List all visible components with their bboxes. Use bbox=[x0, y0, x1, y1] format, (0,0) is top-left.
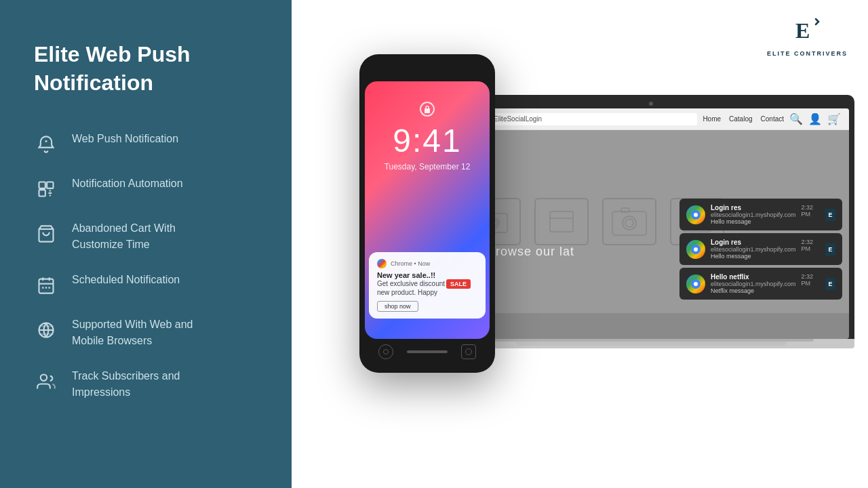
notif-title-1: Login res bbox=[711, 204, 795, 211]
notif-msg-1: Hello message bbox=[711, 218, 795, 225]
feature-list: Web Push Notification Notification Autom… bbox=[34, 131, 264, 401]
product-3 bbox=[602, 198, 656, 245]
notif-domain-1: elitesociallogin1.myshopify.com bbox=[711, 211, 795, 218]
notif-title-3: Hello netflix bbox=[711, 273, 795, 281]
feature-label-cart: Abandoned Cart WithCustomize Time bbox=[72, 220, 176, 253]
phone-notification-banner: Chrome • Now New year sale..!! Get exclu… bbox=[369, 252, 486, 319]
feature-item-web-push: Web Push Notification bbox=[34, 131, 264, 157]
phone-notif-source: Chrome • Now bbox=[391, 260, 477, 267]
notification-2: Login res elitesociallogin1.myshopify.co… bbox=[679, 233, 842, 265]
svg-point-0 bbox=[45, 141, 46, 142]
svg-rect-2 bbox=[47, 182, 53, 188]
svg-rect-5 bbox=[39, 279, 54, 293]
notification-1: Login res elitesociallogin1.myshopify.co… bbox=[679, 199, 842, 230]
notif-msg-2: Hello message bbox=[711, 253, 795, 260]
globe-icon bbox=[34, 318, 58, 342]
svg-rect-33 bbox=[425, 108, 430, 113]
user-icon: 👤 bbox=[808, 113, 822, 125]
nav-contact: Contact bbox=[761, 115, 784, 123]
feature-label-web-push: Web Push Notification bbox=[72, 131, 178, 147]
phone-lock-icon bbox=[420, 102, 435, 117]
cart-icon: 🛒 bbox=[827, 113, 841, 125]
svg-rect-9 bbox=[42, 287, 43, 289]
phone-notif-header: Chrome • Now bbox=[377, 259, 477, 268]
feature-label-scheduled: Scheduled Notification bbox=[72, 272, 180, 288]
svg-point-28 bbox=[694, 213, 698, 217]
nav-home: Home bbox=[703, 115, 721, 123]
svg-point-22 bbox=[623, 216, 636, 230]
notif-msg-3: Netflix message bbox=[711, 287, 795, 294]
phone-home-bar bbox=[407, 350, 448, 353]
feature-item-scheduled: Scheduled Notification bbox=[34, 272, 264, 298]
svg-point-13 bbox=[41, 375, 47, 381]
notif-logo-1: E bbox=[825, 209, 835, 221]
svg-rect-1 bbox=[39, 182, 45, 188]
svg-rect-21 bbox=[612, 211, 646, 235]
automation-icon bbox=[34, 177, 58, 201]
phone-camera-icon bbox=[465, 348, 472, 355]
notif-content-1: Login res elitesociallogin1.myshopify.co… bbox=[711, 204, 795, 225]
sidebar-title: Elite Web Push Notification bbox=[34, 41, 264, 97]
svg-point-30 bbox=[694, 247, 698, 251]
brand-logo-icon: E bbox=[790, 14, 824, 47]
svg-rect-10 bbox=[45, 287, 47, 289]
phone-mockup: 9:41 Tuesday, September 12 Chrome • Now … bbox=[359, 54, 495, 373]
feature-item-web-mobile: Supported With Web andMobile Browsers bbox=[34, 317, 264, 349]
browser-bar: EliteSocialLogin Home Catalog Contact 🔍 … bbox=[453, 108, 849, 130]
feature-label-automation: Notification Automation bbox=[72, 176, 183, 192]
phone-chrome-icon bbox=[377, 259, 387, 268]
search-icon: 🔍 bbox=[789, 113, 803, 125]
feature-label-web-mobile: Supported With Web andMobile Browsers bbox=[72, 317, 193, 349]
notif-time-3: 2:32 PM bbox=[801, 273, 820, 287]
calendar-icon bbox=[34, 273, 58, 298]
chrome-icon-3 bbox=[686, 274, 705, 293]
browser-url-bar: EliteSocialLogin bbox=[488, 113, 697, 125]
notif-domain-2: elitesociallogin1.myshopify.com bbox=[711, 246, 795, 253]
phone-notif-title: New year sale..!! bbox=[377, 271, 477, 279]
nav-catalog: Catalog bbox=[729, 115, 752, 123]
notification-3: Hello netflix elitesociallogin1.myshopif… bbox=[679, 268, 842, 300]
notif-title-2: Login res bbox=[711, 239, 795, 246]
sidebar: Elite Web Push Notification Web Push Not… bbox=[0, 0, 292, 488]
laptop-screen-wrapper: EliteSocialLogin Home Catalog Contact 🔍 … bbox=[448, 95, 854, 339]
phone-notif-cta[interactable]: shop now bbox=[377, 301, 418, 312]
phone-screen: 9:41 Tuesday, September 12 Chrome • Now … bbox=[365, 81, 490, 339]
svg-rect-3 bbox=[39, 190, 45, 196]
feature-item-track: Track Subscribers andImpressions bbox=[34, 368, 264, 401]
laptop-mockup: EliteSocialLogin Home Catalog Contact 🔍 … bbox=[448, 95, 854, 348]
svg-point-32 bbox=[694, 282, 698, 286]
browser-action-icons: 🔍 👤 🛒 bbox=[789, 113, 841, 125]
laptop-stand bbox=[515, 342, 787, 346]
notif-logo-3: E bbox=[825, 278, 835, 290]
notif-content-2: Login res elitesociallogin1.myshopify.co… bbox=[711, 239, 795, 260]
feature-item-cart: Abandoned Cart WithCustomize Time bbox=[34, 220, 264, 253]
hero-browse-text: Browse our lat bbox=[487, 245, 574, 259]
notif-time-1: 2:32 PM bbox=[801, 204, 820, 218]
phone-camera-btn bbox=[461, 344, 476, 359]
bell-icon bbox=[34, 132, 58, 157]
svg-text:E: E bbox=[795, 18, 810, 43]
phone-notch bbox=[400, 62, 454, 76]
product-2 bbox=[534, 198, 589, 245]
phone-time-number: 9:41 bbox=[365, 122, 490, 159]
devices-container: EliteSocialLogin Home Catalog Contact 🔍 … bbox=[332, 54, 854, 474]
feature-label-track: Track Subscribers andImpressions bbox=[72, 368, 180, 401]
chrome-icon-2 bbox=[686, 240, 705, 259]
svg-rect-19 bbox=[550, 211, 573, 232]
phone-flashlight-icon bbox=[383, 349, 389, 354]
chrome-icon-1 bbox=[686, 205, 705, 224]
store-hero: Browse our lat Shop all bbox=[453, 130, 849, 313]
notif-content-3: Hello netflix elitesociallogin1.myshopif… bbox=[711, 273, 795, 294]
feature-item-automation: Notification Automation bbox=[34, 176, 264, 201]
notif-domain-3: elitesociallogin1.myshopify.com bbox=[711, 281, 795, 287]
svg-rect-11 bbox=[49, 287, 50, 289]
main-content: E ELITE CONTRIVERS EliteSocialLo bbox=[292, 0, 868, 488]
phone-bottom-controls bbox=[365, 339, 490, 365]
users-icon bbox=[34, 369, 58, 394]
laptop-base bbox=[448, 339, 854, 348]
logo-area: E ELITE CONTRIVERS bbox=[767, 14, 848, 57]
cart-icon bbox=[34, 222, 58, 246]
notifications-panel: Login res elitesociallogin1.myshopify.co… bbox=[679, 199, 842, 300]
phone-sale-badge: SALE bbox=[446, 279, 471, 289]
laptop-screen: EliteSocialLogin Home Catalog Contact 🔍 … bbox=[453, 108, 849, 339]
